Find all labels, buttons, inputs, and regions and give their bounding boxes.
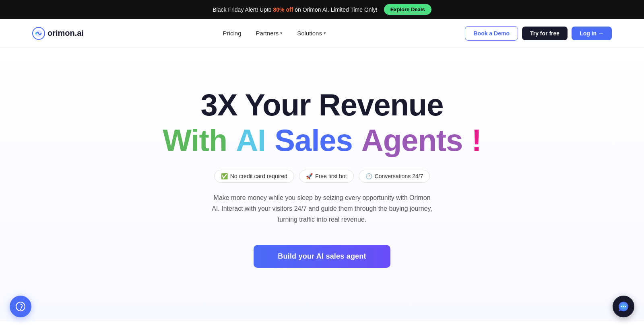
hero-section: 3X Your Revenue With AI Sales Agents! ✅ … xyxy=(0,48,644,321)
svg-point-5 xyxy=(625,306,626,307)
nav-buttons: Book a Demo Try for free Log in → xyxy=(465,26,612,41)
hero-word-with: With xyxy=(163,122,227,158)
svg-point-7 xyxy=(20,309,21,310)
chevron-down-icon: ▾ xyxy=(280,31,283,36)
badge-no-credit-card: ✅ No credit card required xyxy=(214,170,294,183)
logo[interactable]: orimon.ai xyxy=(32,27,84,40)
checkmark-icon: ✅ xyxy=(221,173,228,179)
explore-deals-button[interactable]: Explore Deals xyxy=(384,4,431,15)
nav-partners[interactable]: Partners ▾ xyxy=(256,30,283,37)
hero-title-line2: With AI Sales Agents! xyxy=(163,122,481,158)
banner-text: Black Friday Alert! Upto 80% off on Orim… xyxy=(213,6,377,13)
svg-point-3 xyxy=(621,306,622,307)
main-nav: orimon.ai Pricing Partners ▾ Solutions ▾… xyxy=(0,19,644,48)
banner-discount: 80% off xyxy=(273,6,293,13)
svg-point-2 xyxy=(35,32,37,34)
hero-word-agents: Agents xyxy=(361,122,463,158)
login-button[interactable]: Log in → xyxy=(572,27,612,40)
nav-links: Pricing Partners ▾ Solutions ▾ xyxy=(223,30,326,37)
logo-icon xyxy=(32,27,45,40)
support-widget-button[interactable] xyxy=(10,296,31,317)
top-banner: Black Friday Alert! Upto 80% off on Orim… xyxy=(0,0,644,19)
hero-description: Make more money while you sleep by seizi… xyxy=(209,192,435,225)
badge-free-bot: 🚀 Free first bot xyxy=(299,170,354,183)
book-demo-button[interactable]: Book a Demo xyxy=(465,26,518,41)
feature-badges: ✅ No credit card required 🚀 Free first b… xyxy=(214,170,430,183)
nav-solutions[interactable]: Solutions ▾ xyxy=(297,30,326,37)
hero-word-exclaim: ! xyxy=(471,122,481,158)
hero-word-sales: Sales xyxy=(275,122,353,158)
nav-pricing[interactable]: Pricing xyxy=(223,30,242,37)
rocket-icon: 🚀 xyxy=(306,173,313,179)
badge-conversations: 🕐 Conversations 24/7 xyxy=(359,170,430,183)
build-agent-button[interactable]: Build your AI sales agent xyxy=(254,245,390,268)
chat-widget-icon xyxy=(617,300,630,313)
chat-widget-button[interactable] xyxy=(613,296,634,317)
hero-word-ai: AI xyxy=(236,122,266,158)
hero-title-line1: 3X Your Revenue xyxy=(200,88,443,122)
svg-point-4 xyxy=(623,306,624,307)
support-icon xyxy=(15,301,26,312)
try-free-button[interactable]: Try for free xyxy=(522,27,568,40)
chevron-down-icon: ▾ xyxy=(324,31,326,36)
clock-icon: 🕐 xyxy=(365,173,372,179)
